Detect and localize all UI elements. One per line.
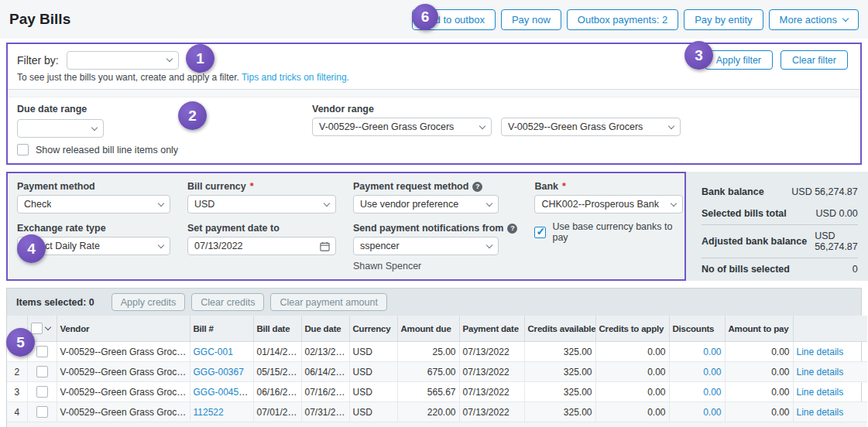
column-header-vendor[interactable]: Vendor xyxy=(57,316,190,342)
pay-by-entity-button[interactable]: Pay by entity xyxy=(684,9,763,30)
credits-to-apply-cell[interactable]: 0.00 xyxy=(595,382,669,402)
adjusted-balance-value: USD 56,274.87 xyxy=(815,231,858,252)
help-icon[interactable]: ? xyxy=(507,224,517,234)
amount-to-pay-cell[interactable]: 0.00 xyxy=(725,342,793,362)
calendar-icon[interactable] xyxy=(320,241,330,251)
column-header-bill-date[interactable]: Bill date xyxy=(253,316,301,342)
column-header-amount-to-pay[interactable]: Amount to pay xyxy=(725,316,793,342)
chevron-down-icon xyxy=(486,200,492,206)
bill-number-cell: GGC-001 xyxy=(190,342,253,362)
notifications-from-value: sspencer xyxy=(360,241,400,251)
payment-request-select[interactable]: Use vendor preference xyxy=(353,195,499,214)
discounts-link[interactable]: 0.00 xyxy=(703,367,721,377)
bank-field: Bank * CHK002--Prosperous Bank xyxy=(534,181,683,214)
line-details-link[interactable]: Line details xyxy=(797,367,844,377)
total-empty-cell xyxy=(524,422,595,427)
filter-tips-link[interactable]: Tips and tricks on filtering. xyxy=(242,72,349,83)
payment-date-cell[interactable]: 07/13/2022 xyxy=(459,362,524,382)
amount-due-cell: 25.00 xyxy=(397,342,459,362)
due-date-range-select[interactable] xyxy=(17,119,104,138)
amount-to-pay-cell[interactable]: 0.00 xyxy=(725,382,793,402)
bill-number-cell: 112522 xyxy=(190,402,253,422)
payment-date-label: Set payment date to xyxy=(187,223,336,234)
column-header-payment-date[interactable]: Payment date xyxy=(459,316,524,342)
clear-filter-button[interactable]: Clear filter xyxy=(781,50,848,70)
show-released-checkbox[interactable] xyxy=(17,144,29,155)
credits-to-apply-cell[interactable]: 0.00 xyxy=(595,342,669,362)
apply-credits-button[interactable]: Apply credits xyxy=(112,293,186,311)
vendor-range-to-select[interactable]: V-00529--Green Grass Grocers xyxy=(501,118,681,136)
payment-date-cell[interactable]: 07/13/2022 xyxy=(459,342,524,362)
bank-balance-value: USD 56,274.87 xyxy=(791,186,857,197)
discounts-cell: 0.00 xyxy=(669,402,725,422)
credits-to-apply-cell[interactable]: 0.00 xyxy=(595,402,669,422)
discounts-link[interactable]: 0.00 xyxy=(703,347,721,357)
select-all-checkbox[interactable] xyxy=(31,323,43,334)
row-checkbox[interactable] xyxy=(36,406,48,418)
apply-filter-button[interactable]: Apply filter xyxy=(705,50,773,70)
clear-payment-amount-button[interactable]: Clear payment amount xyxy=(270,293,386,311)
chevron-down-icon[interactable] xyxy=(44,324,50,330)
line-details-link[interactable]: Line details xyxy=(797,387,844,398)
bill-number-link[interactable]: GGG-00367 xyxy=(194,367,244,377)
payment-method-select[interactable]: Check xyxy=(17,195,170,214)
clear-credits-button[interactable]: Clear credits xyxy=(191,293,264,311)
row-number: 2 xyxy=(7,362,27,382)
line-details-link[interactable]: Line details xyxy=(797,347,844,357)
bills-selected-count-label: No of bills selected xyxy=(702,264,790,275)
row-checkbox[interactable] xyxy=(36,346,48,357)
help-icon[interactable]: ? xyxy=(472,182,482,192)
filter-range-row: Due date range Vendor range V-00529--Gre… xyxy=(8,97,860,138)
notifications-from-select[interactable]: sspencer xyxy=(353,237,499,255)
column-header-credits-to-apply[interactable]: Credits to apply xyxy=(595,316,669,342)
selected-bills-total-label: Selected bills total xyxy=(702,208,787,219)
amount-to-pay-cell[interactable]: 0.00 xyxy=(725,362,793,382)
line-details-link[interactable]: Line details xyxy=(797,407,844,418)
currency-cell: USD xyxy=(349,382,397,402)
filter-by-select[interactable] xyxy=(67,51,179,70)
chevron-down-icon xyxy=(91,124,98,130)
credits-available-cell: 325.00 xyxy=(524,342,595,362)
bill-number-link[interactable]: 112522 xyxy=(194,407,224,418)
amount-to-pay-cell[interactable]: 0.00 xyxy=(725,402,793,422)
column-header-discounts[interactable]: Discounts xyxy=(669,316,725,342)
callout-4: 4 xyxy=(17,234,46,263)
payment-column-2: Bill currency * USD Set payment date to … xyxy=(187,181,336,272)
row-checkbox[interactable] xyxy=(36,366,48,377)
bill-number-link[interactable]: GGG-0045678 xyxy=(194,387,254,398)
more-actions-button[interactable]: More actions xyxy=(769,9,859,30)
discounts-link[interactable]: 0.00 xyxy=(703,387,721,398)
required-asterisk: * xyxy=(562,181,566,192)
base-currency-checkbox[interactable] xyxy=(534,227,546,238)
discounts-link[interactable]: 0.00 xyxy=(703,407,721,418)
discounts-cell: 0.00 xyxy=(669,342,725,362)
row-number: 3 xyxy=(7,382,27,402)
column-header-due-date[interactable]: Due date xyxy=(301,316,349,342)
column-header-credits-available[interactable]: Credits available xyxy=(524,316,595,342)
credits-to-apply-cell[interactable]: 0.00 xyxy=(595,362,669,382)
bill-currency-select[interactable]: USD xyxy=(187,195,336,214)
column-header-currency[interactable]: Currency xyxy=(349,316,397,342)
outbox-payments-button[interactable]: Outbox payments: 2 xyxy=(567,9,678,30)
page-title: Pay Bills xyxy=(9,11,70,28)
items-selected-label: Items selected: 0 xyxy=(16,297,94,308)
payment-date-cell[interactable]: 07/13/2022 xyxy=(459,382,524,402)
filter-by-row: Filter by: Apply filter Clear filter xyxy=(8,44,860,72)
payment-settings-panel: Payment method Check Exchange rate type … xyxy=(6,172,686,281)
column-header-amount-due[interactable]: Amount due xyxy=(397,316,459,342)
bank-select[interactable]: CHK002--Prosperous Bank xyxy=(534,195,683,214)
column-header-actions xyxy=(793,316,867,342)
payment-date-input[interactable]: 07/13/2022 xyxy=(187,237,336,255)
vendor-range-from-select[interactable]: V-00529--Green Grass Grocers xyxy=(312,118,492,136)
payment-request-label-text: Payment request method xyxy=(353,181,468,192)
pay-now-button[interactable]: Pay now xyxy=(501,9,561,30)
pay-by-entity-label: Pay by entity xyxy=(695,14,752,26)
credits-available-cell: 325.00 xyxy=(524,402,595,422)
total-empty-cell xyxy=(669,422,725,427)
bill-number-link[interactable]: GGC-001 xyxy=(194,347,233,357)
row-checkbox[interactable] xyxy=(36,386,48,398)
payment-date-cell[interactable]: 07/13/2022 xyxy=(459,402,524,422)
callout-6: 6 xyxy=(412,4,438,30)
column-header-bill-number[interactable]: Bill # xyxy=(190,316,253,342)
total-empty-cell xyxy=(349,422,397,427)
